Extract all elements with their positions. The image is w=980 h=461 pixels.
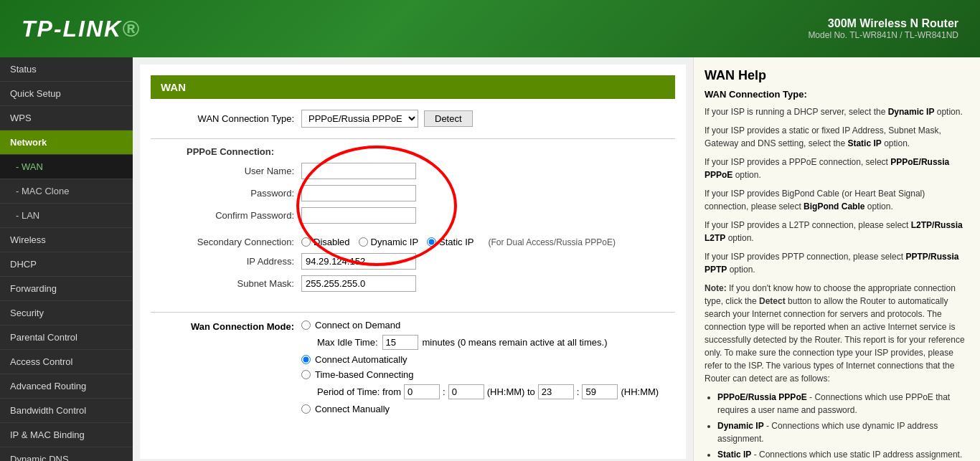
sidebar-item-status[interactable]: Status <box>0 57 133 82</box>
ip-address-row: IP Address: <box>151 253 675 270</box>
page-inner: WAN WAN Connection Type: PPPoE/Russia PP… <box>140 65 686 459</box>
help-panel: WAN Help WAN Connection Type: If your IS… <box>693 57 980 461</box>
radio-on-demand[interactable] <box>301 320 311 330</box>
radio-connect-auto[interactable] <box>301 355 311 364</box>
radio-disabled[interactable]: Disabled <box>301 237 350 247</box>
period-label: Period of Time: from <box>317 386 401 397</box>
detect-button[interactable]: Detect <box>424 110 473 127</box>
sidebar-item-mac-clone[interactable]: - MAC Clone <box>0 179 133 204</box>
main-content: WAN WAN Connection Type: PPPoE/Russia PP… <box>133 57 693 461</box>
help-connection-type-heading: WAN Connection Type: <box>705 89 969 100</box>
max-idle-note: minutes (0 means remain active at all ti… <box>423 337 608 348</box>
username-label: User Name: <box>151 166 294 176</box>
sidebar-item-wps[interactable]: WPS <box>0 106 133 130</box>
wan-connection-type-row: WAN Connection Type: PPPoE/Russia PPPoE … <box>151 110 675 128</box>
help-para2: If your ISP provides a static or fixed I… <box>705 124 969 150</box>
help-list-item-static: Static IP - Connections which use static… <box>717 448 969 461</box>
sidebar-item-bandwidth-control[interactable]: Bandwidth Control <box>0 399 133 423</box>
ip-address-label: IP Address: <box>151 256 294 267</box>
connect-on-demand-label: Connect on Demand <box>315 320 400 331</box>
sidebar-item-forwarding[interactable]: Forwarding <box>0 277 133 301</box>
sidebar-item-wan[interactable]: - WAN <box>0 155 133 179</box>
password-row: Password: <box>151 185 675 201</box>
pppoe-fields-container: User Name: Password: Confirm Password: <box>151 163 675 224</box>
confirm-password-label: Confirm Password: <box>151 210 294 221</box>
header: TP-LINK® 300M Wireless N Router Model No… <box>0 0 980 57</box>
sidebar-item-lan[interactable]: - LAN <box>0 204 133 228</box>
idle-time-row: Max Idle Time: minutes (0 means remain a… <box>317 335 659 350</box>
period-separator1: : <box>443 386 446 397</box>
radio-dynamic-ip-input[interactable] <box>359 237 368 247</box>
sidebar-item-dynamic-dns[interactable]: Dynamic DNS <box>0 447 133 461</box>
confirm-password-input[interactable] <box>301 207 416 224</box>
help-list-item-pppoe: PPPoE/Russia PPPoE - Connections which u… <box>717 391 969 417</box>
help-para4: If your ISP provides BigPond Cable (or H… <box>705 187 969 213</box>
sidebar-item-dhcp[interactable]: DHCP <box>0 252 133 277</box>
help-para3: If your ISP provides a PPPoE connection,… <box>705 156 969 181</box>
period-separator2: : <box>577 386 580 397</box>
period-from-h-input[interactable] <box>404 384 440 399</box>
max-idle-input[interactable] <box>382 335 418 350</box>
radio-static-ip-input[interactable] <box>427 237 436 247</box>
username-row: User Name: <box>151 163 675 179</box>
subnet-mask-row: Subnet Mask: <box>151 275 675 292</box>
pppoe-section-label: PPPoE Connection: <box>151 146 675 157</box>
connect-on-demand-option: Connect on Demand <box>301 320 659 331</box>
sidebar-item-parental-control[interactable]: Parental Control <box>0 325 133 350</box>
time-period-row: Period of Time: from : (HH:MM) to : (HH:… <box>317 384 659 399</box>
help-list: PPPoE/Russia PPPoE - Connections which u… <box>717 391 969 461</box>
period-hhmm1: (HH:MM) to <box>487 386 535 397</box>
ip-address-input[interactable] <box>301 253 416 270</box>
connect-manually-option: Connect Manually <box>301 404 659 414</box>
period-to-h-input[interactable] <box>538 384 574 399</box>
help-para1: If your ISP is running a DHCP server, se… <box>705 105 969 118</box>
radio-dynamic-ip-label: Dynamic IP <box>371 237 418 247</box>
period-hhmm2: (HH:MM) <box>621 386 659 397</box>
radio-disabled-input[interactable] <box>301 237 311 247</box>
username-input[interactable] <box>301 163 416 179</box>
help-title: WAN Help <box>705 68 969 83</box>
time-based-option: Time-based Connecting <box>301 369 659 380</box>
wan-mode-label: Wan Connection Mode: <box>151 320 294 332</box>
content-area: WAN WAN Connection Type: PPPoE/Russia PP… <box>133 57 980 461</box>
radio-disabled-label: Disabled <box>314 237 350 247</box>
password-label: Password: <box>151 188 294 199</box>
subnet-mask-input[interactable] <box>301 275 416 292</box>
wan-type-label: WAN Connection Type: <box>151 113 294 124</box>
page-title-bar: WAN <box>151 75 675 99</box>
model-title: 300M Wireless N Router <box>808 17 958 30</box>
logo-tm: ® <box>122 16 141 42</box>
max-idle-label: Max Idle Time: <box>317 337 378 348</box>
radio-static-ip[interactable]: Static IP <box>427 237 473 247</box>
radio-time-based[interactable] <box>301 370 311 379</box>
period-from-m-input[interactable] <box>448 384 484 399</box>
password-input[interactable] <box>301 185 416 201</box>
radio-dynamic-ip[interactable]: Dynamic IP <box>359 237 418 247</box>
period-to-m-input[interactable] <box>582 384 618 399</box>
connect-auto-label: Connect Automatically <box>315 354 407 365</box>
help-list-item-dynamic: Dynamic IP - Connections which use dynam… <box>717 419 969 445</box>
connect-manually-label: Connect Manually <box>315 404 390 414</box>
connect-auto-option: Connect Automatically <box>301 354 659 365</box>
sidebar-item-wireless[interactable]: Wireless <box>0 228 133 252</box>
sidebar-item-ip-mac-binding[interactable]: IP & MAC Binding <box>0 423 133 447</box>
sidebar-item-security[interactable]: Security <box>0 301 133 325</box>
sidebar: Status Quick Setup WPS Network - WAN - M… <box>0 57 133 461</box>
sidebar-item-access-control[interactable]: Access Control <box>0 350 133 374</box>
wan-type-select[interactable]: PPPoE/Russia PPPoE Dynamic IP Static IP … <box>301 110 418 128</box>
sidebar-item-quick-setup[interactable]: Quick Setup <box>0 82 133 106</box>
secondary-radio-group: Disabled Dynamic IP Static IP (For Dual … <box>301 237 616 247</box>
help-para6: If your ISP provides PPTP connection, pl… <box>705 250 969 276</box>
secondary-connection-row: Secondary Connection: Disabled Dynamic I… <box>151 237 675 247</box>
confirm-password-row: Confirm Password: <box>151 207 675 224</box>
sidebar-item-advanced-routing[interactable]: Advanced Routing <box>0 374 133 399</box>
sidebar-item-network[interactable]: Network <box>0 130 133 155</box>
subnet-mask-label: Subnet Mask: <box>151 278 294 289</box>
time-based-label: Time-based Connecting <box>315 369 414 380</box>
help-note: Note: If you don't know how to choose th… <box>705 282 969 385</box>
radio-connect-manually[interactable] <box>301 404 311 414</box>
secondary-connection-label: Secondary Connection: <box>151 237 294 247</box>
secondary-note: (For Dual Access/Russia PPPoE) <box>488 237 615 247</box>
logo: TP-LINK® <box>22 16 141 42</box>
wan-mode-row: Wan Connection Mode: Connect on Demand M… <box>151 320 675 414</box>
